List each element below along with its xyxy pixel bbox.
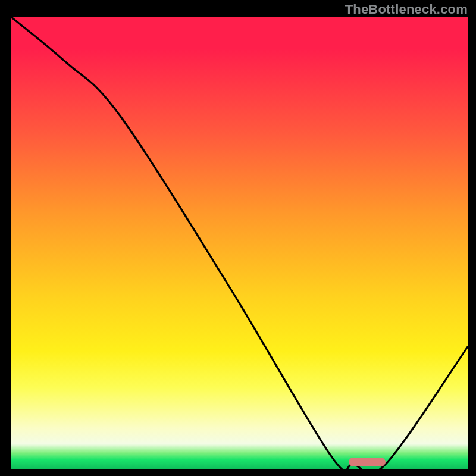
watermark-text: TheBottleneck.com [345, 2, 468, 17]
chart-frame: TheBottleneck.com [0, 0, 476, 476]
optimal-range-marker [349, 458, 385, 466]
bottleneck-curve [11, 17, 468, 469]
plot-area [11, 17, 468, 469]
